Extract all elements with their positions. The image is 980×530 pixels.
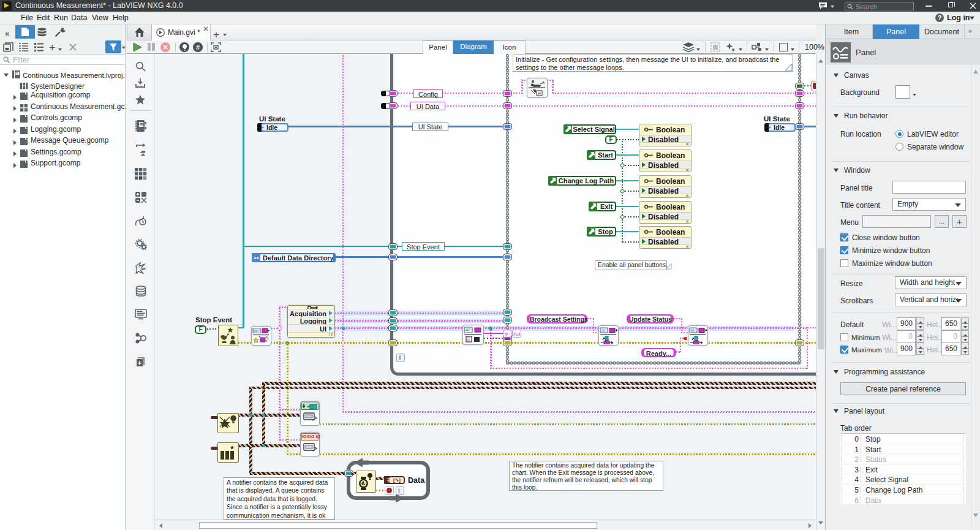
svg-text:txt: txt bbox=[601, 328, 605, 332]
svg-text:txt: txt bbox=[691, 328, 695, 332]
svg-text:txt: txt bbox=[254, 328, 258, 332]
